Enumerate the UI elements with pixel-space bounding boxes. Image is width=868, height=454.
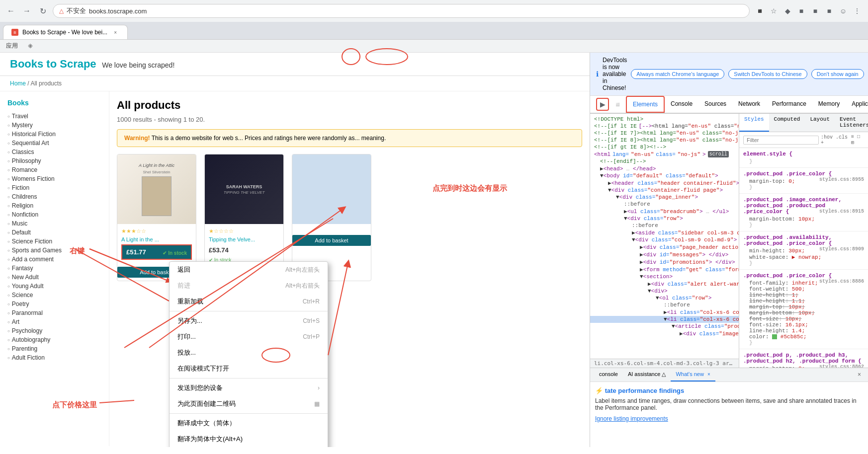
cat-new-adult[interactable]: New Adult [7, 274, 101, 281]
bookmark-icon[interactable]: ☆ [768, 5, 780, 17]
devtools-tab-memory[interactable]: Memory [812, 96, 846, 112]
console-tab-whatsnew[interactable]: What's new × [671, 368, 715, 381]
context-menu-reload[interactable]: 重新加载 Ctrl+R [170, 294, 328, 309]
breadcrumb-home[interactable]: Home [10, 80, 26, 87]
console-tab-ai[interactable]: AI assistance △ [623, 368, 671, 381]
cat-womens-fiction[interactable]: Womens Fiction [7, 175, 101, 182]
console-panel-close[interactable]: × [855, 368, 864, 381]
console-tab-console[interactable]: console [594, 368, 623, 381]
refresh-button[interactable]: ↻ [37, 5, 49, 17]
html-tree[interactable]: <!DOCTYPE html> <!--[if lt IE [--><html … [590, 114, 739, 359]
menu-icon[interactable]: ⋮ [851, 5, 863, 17]
tab-styles[interactable]: Styles [739, 114, 769, 132]
cat-philosophy[interactable]: Philosophy [7, 157, 101, 164]
context-menu-print[interactable]: 打印... Ctrl+P [170, 329, 328, 345]
cat-young-adult[interactable]: Young Adult [7, 283, 101, 290]
cat-mystery[interactable]: Mystery [7, 122, 101, 129]
extension-icon-3[interactable]: ■ [809, 5, 821, 17]
cat-childrens[interactable]: Childrens [7, 193, 101, 200]
cat-default[interactable]: Default [7, 229, 101, 236]
back-button[interactable]: ← [5, 5, 17, 17]
cat-poetry[interactable]: Poetry [7, 301, 101, 307]
forward-button[interactable]: → [21, 5, 33, 17]
sidebar: Books Travel Mystery Historical Fiction … [0, 91, 109, 446]
html-line: ▶<ul class="breadcrumb"> … </ul> [590, 208, 739, 215]
filter-pseudo-text: :hov .cls + [821, 135, 849, 146]
cat-nonfiction[interactable]: Nonfiction [7, 211, 101, 218]
context-menu-translate-alt[interactable]: 翻译为简体中文(Alt+A) [170, 431, 328, 447]
tab-layout[interactable]: Layout [805, 114, 835, 132]
devtools-tab-performance[interactable]: Performance [766, 96, 812, 112]
devtools-device-icon[interactable]: ◽ [611, 98, 624, 111]
extension-icon-2[interactable]: ■ [795, 5, 807, 17]
add-to-basket-3[interactable]: Add to basket [292, 235, 371, 246]
html-lang-val: "en-us" [631, 151, 654, 157]
cat-add-comment[interactable]: Add a comment [7, 256, 101, 263]
cat-adult-fiction[interactable]: Adult Fiction [7, 354, 101, 361]
cat-sports-games[interactable]: Sports and Games [7, 247, 101, 254]
list-item: Science [7, 291, 101, 300]
address-bar[interactable]: △ 不安全 books.toscrape.com [53, 4, 750, 18]
active-tab[interactable]: B Books to Scrape - We love bei... × [3, 25, 128, 39]
tab-computed[interactable]: Computed [769, 114, 805, 132]
context-menu-qrcode[interactable]: 为此页面创建二维码 ▦ [170, 396, 328, 412]
devtools-tab-elements[interactable]: Elements [626, 96, 665, 113]
devtools-banner-btn2[interactable]: Switch DevTools to Chinese [728, 69, 807, 79]
profile-icon[interactable]: ☺ [837, 5, 849, 17]
cat-paranormal[interactable]: Paranormal [7, 309, 101, 316]
devtools-header: ℹ DevTools is now available in Chinese! … [590, 53, 868, 114]
html-line: <html lang="en-us" class="no-js" > scrol… [590, 151, 739, 158]
devtools-tab-network[interactable]: Network [732, 96, 766, 112]
devtools-tab-console[interactable]: Console [665, 96, 698, 112]
html-line-selected[interactable]: ▼<li class="col-xs-6 col-sm-4 col-md-3 c… [590, 316, 739, 323]
cat-fantasy[interactable]: Fantasy [7, 265, 101, 272]
cat-autobiography[interactable]: Autobiography [7, 336, 101, 343]
style-prop: white-space: ▶ nowrap; [743, 254, 864, 260]
main-container: Books to Scrape We love being scraped! H… [0, 53, 868, 447]
tab-close-button[interactable]: × [111, 28, 119, 36]
cat-romance[interactable]: Romance [7, 166, 101, 173]
devtools-tab-sources[interactable]: Sources [698, 96, 732, 112]
devtools-cursor-icon[interactable]: ▶ [596, 98, 609, 111]
context-menu-translate-cn[interactable]: 翻译成中文（简体） [170, 415, 328, 431]
devtools-banner-btn1[interactable]: Always match Chrome's language [631, 69, 724, 79]
cat-psychology[interactable]: Psychology [7, 327, 101, 334]
product-title-1[interactable]: A Light in the ... [121, 236, 192, 242]
context-menu-reader[interactable]: 在阅读模式下打开 [170, 361, 328, 377]
apps-bar: 应用 ⁜ [0, 40, 868, 53]
style-selector-1: .product_pod .price_color {styles.css:89… [743, 171, 864, 177]
cat-classics[interactable]: Classics [7, 149, 101, 155]
html-line: ▼<ol class="row"> [590, 295, 739, 302]
cat-religion[interactable]: Religion [7, 202, 101, 209]
context-menu-cast[interactable]: 投放... [170, 345, 328, 361]
devtools-tab-application[interactable]: Application [846, 96, 868, 112]
extension-icon-1[interactable]: ◆ [781, 5, 793, 17]
cat-art[interactable]: Art [7, 318, 101, 325]
cat-travel[interactable]: Travel [7, 113, 101, 120]
devtools-banner-btn3[interactable]: Don't show again [811, 69, 864, 79]
cat-music[interactable]: Music [7, 220, 101, 227]
context-menu-back[interactable]: 返回 Alt+向左箭头 [170, 262, 328, 278]
tab-event-listeners[interactable]: Event Listeners [835, 114, 868, 132]
whatsnew-link[interactable]: Ignore listing improvements [595, 415, 668, 422]
cat-historical-fiction[interactable]: Historical Fiction [7, 131, 101, 138]
cast-icon[interactable]: ◾ [754, 5, 766, 17]
breadcrumb-path-text: li.col-xs-6.col-sm-4.col-md-3.col-lg-3 a… [594, 360, 739, 367]
context-menu-forward[interactable]: 前进 Alt+向右箭头 [170, 278, 328, 294]
cat-science[interactable]: Science [7, 292, 101, 299]
product-price-2: £53.74 [209, 244, 279, 256]
product-title-2[interactable]: Tipping the Velve... [209, 236, 279, 242]
apps-label: 应用 [6, 42, 18, 50]
whatsnew-close[interactable]: × [707, 372, 710, 377]
extension-icon-4[interactable]: ■ [823, 5, 835, 17]
cat-science-fiction[interactable]: Science Fiction [7, 238, 101, 245]
list-item: Art [7, 317, 101, 326]
site-header: Books to Scrape We love being scraped! [0, 53, 590, 76]
cat-fiction[interactable]: Fiction [7, 184, 101, 191]
cat-sequential-art[interactable]: Sequential Art [7, 140, 101, 147]
context-menu-saveas[interactable]: 另存为... Ctrl+S [170, 313, 328, 329]
styles-filter-input[interactable] [743, 136, 819, 145]
context-menu-send-device[interactable]: 发送到您的设备 › [170, 380, 328, 396]
cat-parenting[interactable]: Parenting [7, 345, 101, 352]
apps-grid-icon[interactable]: ⁜ [28, 43, 33, 50]
